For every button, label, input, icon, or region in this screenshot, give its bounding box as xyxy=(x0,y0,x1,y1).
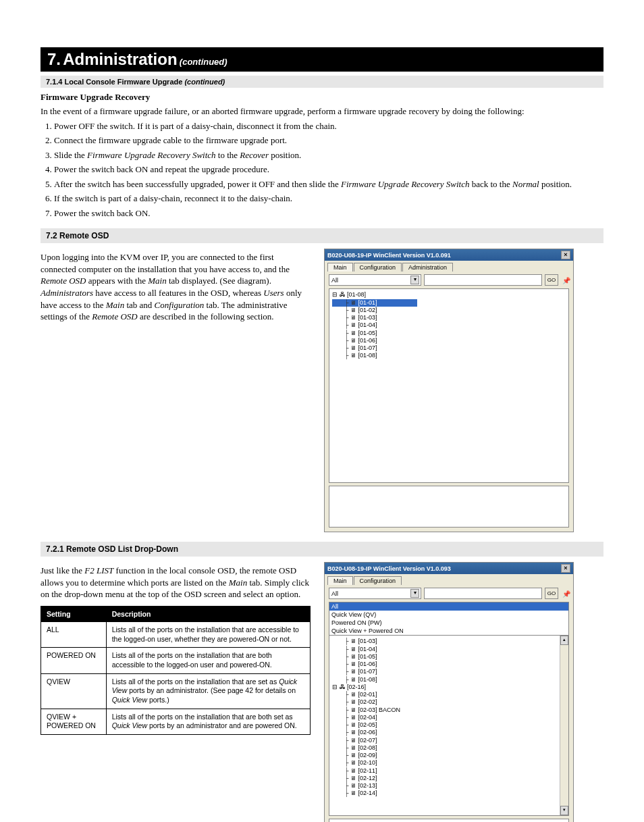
chevron-down-icon[interactable]: ▾ xyxy=(410,276,419,284)
window-titlebar: B020-U08-19-IP WinClient Version V1.0.09… xyxy=(325,563,573,574)
recovery-step: Power OFF the switch. If it is part of a… xyxy=(54,120,603,132)
port-tree[interactable]: [01-03][01-04][01-05][01-06][01-07][01-0… xyxy=(329,636,569,816)
recovery-step: Connect the firmware upgrade cable to th… xyxy=(54,134,603,147)
window-tabs: Main Configuration Administration xyxy=(325,261,573,272)
tab-configuration[interactable]: Configuration xyxy=(354,576,402,585)
section-title-bar: 7. Administration (continued) xyxy=(41,47,603,72)
settings-table: Setting Description ALLLists all of the … xyxy=(41,606,311,735)
dropdown-options-list[interactable]: All Quick View (QV) Powered ON (PW) Quic… xyxy=(329,602,569,636)
list-filter-dropdown[interactable]: All ▾ xyxy=(329,588,421,599)
window-toolbar: All ▾ GO 📌 xyxy=(325,272,573,288)
tree-item[interactable]: [01-02] xyxy=(332,307,566,314)
tree-item[interactable]: [02-04] xyxy=(332,714,566,721)
vertical-scrollbar[interactable]: ▴ ▾ xyxy=(560,636,568,815)
tree-item[interactable]: [02-09] xyxy=(332,752,566,759)
dropdown-option[interactable]: All xyxy=(329,602,568,611)
section-721-row: Just like the F2 LIST function in the lo… xyxy=(41,562,603,822)
tree-item[interactable]: [02-03] BACON xyxy=(332,707,566,714)
setting-description: Lists all of the ports on the installati… xyxy=(106,648,310,673)
window-title: B020-U08-19-IP WinClient Version V1.0.09… xyxy=(327,252,451,259)
subsection-714-bar: 7.1.4 Local Console Firmware Upgrade (co… xyxy=(41,76,603,88)
dropdown-option[interactable]: Quick View (QV) xyxy=(329,611,568,619)
dropdown-value: All xyxy=(331,277,338,284)
search-input[interactable] xyxy=(424,588,542,599)
table-row: QVIEW + POWERED ONLists all of the ports… xyxy=(41,709,311,734)
scroll-down-icon[interactable]: ▾ xyxy=(560,806,568,815)
heading-firmware-recovery: Firmware Upgrade Recovery xyxy=(41,92,603,103)
chevron-down-icon[interactable]: ▾ xyxy=(410,589,419,598)
dropdown-value: All xyxy=(331,590,338,597)
tree-item[interactable]: [01-07] xyxy=(332,668,566,675)
close-icon[interactable]: × xyxy=(561,251,570,259)
tree-item[interactable]: [01-03] xyxy=(332,638,566,645)
tab-administration[interactable]: Administration xyxy=(402,263,453,272)
settings-header-setting: Setting xyxy=(41,607,107,622)
tree-item[interactable]: [02-02] xyxy=(332,698,566,706)
tree-item[interactable]: [02-12] xyxy=(332,775,566,782)
window-tabs: Main Configuration xyxy=(325,574,573,585)
section-72-paragraph: Upon logging into the KVM over IP, you a… xyxy=(41,251,311,322)
tree-item[interactable]: [01-05] xyxy=(332,653,566,661)
setting-name: POWERED ON xyxy=(41,648,107,673)
tree-item[interactable]: [02-01] xyxy=(332,691,566,698)
tree-item[interactable]: [01-08] xyxy=(332,352,566,359)
recovery-step: Slide the Firmware Upgrade Recovery Swit… xyxy=(54,149,603,161)
tree-item[interactable]: [01-04] xyxy=(332,646,566,653)
tree-item[interactable]: [01-06] xyxy=(332,661,566,668)
tree-item[interactable]: [02-11] xyxy=(332,767,566,775)
go-button[interactable]: GO xyxy=(545,274,558,286)
table-row: POWERED ONLists all of the ports on the … xyxy=(41,648,311,673)
tree-item[interactable]: [02-08] xyxy=(332,744,566,752)
tree-root[interactable]: [02-16] xyxy=(332,684,566,691)
section-72-row: Upon logging into the KVM over IP, you a… xyxy=(41,249,603,532)
tab-configuration[interactable]: Configuration xyxy=(354,263,402,272)
tree-item[interactable]: [02-14] xyxy=(332,790,566,797)
section-continued: (continued) xyxy=(180,57,227,67)
tab-main[interactable]: Main xyxy=(327,263,353,272)
tree-root[interactable]: [01-08] xyxy=(332,291,566,299)
table-row: QVIEWLists all of the ports on the insta… xyxy=(41,673,311,709)
tree-item[interactable]: [01-07] xyxy=(332,344,566,352)
pin-icon[interactable]: 📌 xyxy=(562,590,569,597)
setting-name: QVIEW + POWERED ON xyxy=(41,709,107,734)
subsection-714-continued: (continued) xyxy=(184,78,225,86)
window-titlebar: B020-U08-19-IP WinClient Version V1.0.09… xyxy=(325,249,573,261)
dropdown-option[interactable]: Quick View + Powered ON xyxy=(329,627,568,635)
tree-item[interactable]: [01-03] xyxy=(332,314,566,322)
recovery-step: Power the switch back ON and repeat the … xyxy=(54,163,603,176)
tree-item[interactable]: [01-05] xyxy=(332,330,566,337)
recovery-step: If the switch is part of a daisy-chain, … xyxy=(54,192,603,205)
tab-main[interactable]: Main xyxy=(327,576,353,585)
tree-item[interactable]: [02-07] xyxy=(332,737,566,744)
tree-item[interactable]: [01-06] xyxy=(332,337,566,344)
tree-item[interactable]: [01-04] xyxy=(332,322,566,329)
window-title: B020-U08-19-IP WinClient Version V1.0.09… xyxy=(327,565,451,572)
tree-item[interactable]: [01-01] xyxy=(332,299,417,307)
dropdown-option[interactable]: Powered ON (PW) xyxy=(329,619,568,627)
section-number: 7. xyxy=(47,50,61,68)
setting-description: Lists all of the ports on the installati… xyxy=(106,709,310,734)
bottom-pane xyxy=(329,819,569,822)
tree-item[interactable]: [02-06] xyxy=(332,729,566,736)
recovery-steps-list: Power OFF the switch. If it is part of a… xyxy=(41,120,603,220)
search-input[interactable] xyxy=(424,274,542,286)
section-title: Administration xyxy=(63,50,177,68)
tree-item[interactable]: [02-13] xyxy=(332,782,566,790)
scroll-up-icon[interactable]: ▴ xyxy=(560,636,568,645)
table-row: ALLLists all of the ports on the install… xyxy=(41,622,311,648)
go-button[interactable]: GO xyxy=(545,588,558,599)
tree-item[interactable]: [01-08] xyxy=(332,676,566,684)
section-721-paragraph: Just like the F2 LIST function in the lo… xyxy=(41,565,311,600)
setting-name: ALL xyxy=(41,622,107,648)
bottom-pane xyxy=(329,486,569,528)
remote-osd-screenshot-1: B020-U08-19-IP WinClient Version V1.0.09… xyxy=(324,249,574,532)
tree-item[interactable]: [02-10] xyxy=(332,759,566,767)
tree-item[interactable]: [02-05] xyxy=(332,721,566,729)
port-tree[interactable]: [01-08] [01-01][01-02][01-03][01-04][01-… xyxy=(329,288,569,483)
pin-icon[interactable]: 📌 xyxy=(562,277,569,284)
close-icon[interactable]: × xyxy=(561,564,570,573)
list-filter-dropdown[interactable]: All ▾ xyxy=(329,274,421,286)
intro-recovery: In the event of a firmware upgrade failu… xyxy=(41,105,603,118)
remote-osd-screenshot-2: B020-U08-19-IP WinClient Version V1.0.09… xyxy=(324,562,574,822)
recovery-step: Power the switch back ON. xyxy=(54,207,603,220)
